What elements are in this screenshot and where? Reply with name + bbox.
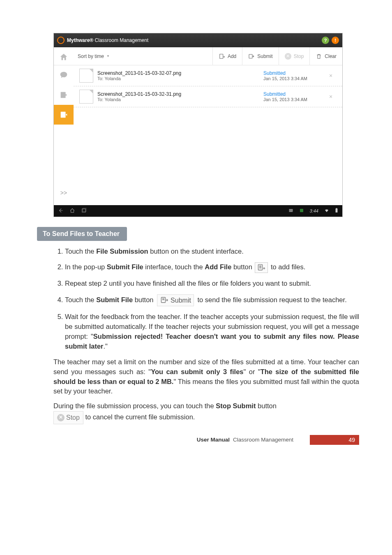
app-subtitle: Classroom Management [95, 37, 149, 43]
status-time: 3:44 [310, 208, 318, 213]
sort-label: Sort by time [78, 53, 104, 59]
submit-label: Submit [257, 53, 272, 59]
wifi-icon [324, 208, 329, 214]
file-list: Screenshot_2013-01-15-03-32-07.png To: Y… [74, 65, 342, 205]
add-button[interactable]: Add [212, 47, 242, 65]
add-file-icon [255, 262, 268, 273]
stop-icon: ✕ [285, 53, 291, 60]
remove-row-button[interactable]: × [325, 93, 337, 100]
status-gallery-icon [288, 208, 293, 214]
help-icon[interactable]: ? [322, 37, 329, 44]
status-app-icon [299, 208, 304, 214]
file-recipient: To: Yolanda [97, 97, 263, 102]
file-status: Submitted [263, 91, 325, 97]
svg-rect-10 [336, 208, 338, 213]
toolbar: Sort by time ▼ Add Submit ✕ Stop Clear [54, 47, 342, 65]
file-recipient: To: Yolanda [97, 76, 263, 81]
file-status: Submitted [263, 70, 325, 76]
file-date: Jan 15, 2013 3:34 AM [263, 76, 325, 81]
app-screenshot: Mythware® Classroom Management ? ! Sort … [53, 33, 343, 217]
svg-rect-5 [61, 112, 66, 118]
add-label: Add [228, 53, 236, 59]
file-thumb-icon [79, 90, 93, 104]
left-nav-rail [54, 65, 74, 205]
stop-label: Stop [294, 53, 304, 59]
svg-rect-9 [300, 209, 303, 212]
footer-label: User Manual [197, 437, 230, 443]
chevron-down-icon: ▼ [106, 54, 110, 58]
submit-button[interactable]: Submit [242, 47, 278, 65]
svg-rect-4 [61, 92, 66, 98]
instruction-step: Touch the Submit File button Submit to s… [65, 294, 359, 306]
section-heading: To Send Files to Teacher [37, 227, 127, 241]
sort-dropdown[interactable]: Sort by time ▼ [74, 47, 212, 65]
rail-submit-icon[interactable] [54, 105, 74, 125]
svg-rect-0 [220, 54, 223, 58]
instruction-step: Touch the File Submission button on the … [65, 247, 359, 257]
app-title: Mythware® Classroom Management [67, 37, 148, 43]
instruction-step: Repeat step 2 until you have finished al… [65, 279, 359, 289]
file-name: Screenshot_2013-01-15-03-32-31.png [97, 91, 263, 97]
file-thumb-icon [79, 69, 93, 83]
clear-button[interactable]: Clear [309, 47, 342, 65]
rail-chat-icon[interactable] [54, 65, 74, 85]
list-item[interactable]: Screenshot_2013-01-15-03-32-31.png To: Y… [74, 86, 342, 107]
file-date: Jan 15, 2013 3:34 AM [263, 97, 325, 102]
rail-home-icon[interactable] [54, 47, 74, 67]
stop-icon: ✕ [57, 414, 65, 421]
page-number: 49 [310, 435, 359, 445]
alert-icon[interactable]: ! [332, 37, 339, 44]
svg-rect-11 [336, 208, 337, 208]
stop-submit-inline-button: ✕ Stop [53, 411, 83, 424]
nav-home-icon[interactable] [69, 208, 75, 214]
instruction-list: Touch the File Submission button on the … [53, 247, 359, 352]
clear-label: Clear [325, 53, 337, 59]
list-item[interactable]: Screenshot_2013-01-15-03-32-07.png To: Y… [74, 65, 342, 86]
body-paragraph: During the file submission process, you … [53, 401, 359, 424]
submit-file-inline-button: Submit [157, 294, 194, 306]
app-logo-icon [57, 37, 65, 44]
app-brand: Mythware® [67, 37, 93, 43]
stop-button[interactable]: ✕ Stop [279, 47, 310, 65]
file-name: Screenshot_2013-01-15-03-32-07.png [97, 70, 263, 76]
remove-row-button[interactable]: × [325, 72, 337, 79]
page-footer: User Manual Classroom Management 49 [53, 435, 359, 445]
instruction-step: Wait for the feedback from the teacher. … [65, 312, 359, 352]
nav-back-icon[interactable] [58, 208, 64, 214]
rail-receive-icon[interactable] [54, 85, 74, 105]
body-paragraph: The teacher may set a limit on the numbe… [53, 357, 359, 397]
nav-recent-icon[interactable] [81, 208, 87, 214]
system-navbar: 3:44 [54, 205, 342, 217]
app-titlebar: Mythware® Classroom Management ? ! [54, 33, 342, 47]
svg-rect-3 [249, 54, 252, 58]
battery-icon [335, 208, 338, 214]
instruction-step: In the pop-up Submit File interface, tou… [65, 262, 359, 273]
expand-rail-button[interactable]: >> [54, 185, 74, 201]
footer-subtitle: Classroom Management [233, 437, 293, 443]
